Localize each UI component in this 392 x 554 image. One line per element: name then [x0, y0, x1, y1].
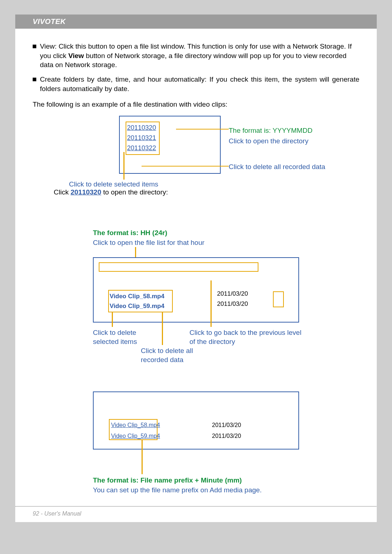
callout-delete-selected: Click to delete selected items	[93, 328, 158, 346]
directory-box: 20110320 20110321 20110322	[119, 116, 221, 174]
date-link-0[interactable]: 20110320	[127, 123, 158, 133]
date-link-2[interactable]: 20110322	[127, 143, 158, 153]
callout-format-open: The format is: YYYYMMDD Click to open th…	[229, 126, 313, 146]
connector-line	[142, 166, 229, 167]
date-link-1[interactable]: 20110321	[127, 133, 158, 143]
connector-line	[142, 439, 143, 474]
bullet-icon	[33, 78, 36, 81]
hour-bar-highlight	[99, 262, 258, 272]
hour-directory-box: Video Clip_58.mp4 Video Clip_59.mp4 2011…	[93, 257, 299, 323]
text: Click	[54, 188, 70, 196]
file-link-1[interactable]: Video Clip_59.mp4	[111, 432, 160, 440]
bullet-icon	[33, 45, 36, 48]
file-link-0[interactable]: Video Clip_58.mp4	[111, 421, 160, 429]
callout-open: Click to open the directory	[229, 136, 313, 146]
content-area: View: Click this button to open a file l…	[15, 29, 377, 500]
diagram-dates: 20110320 20110321 20110322 The format is…	[33, 116, 359, 210]
file-date-0: 2011/03/20	[217, 290, 248, 298]
diagram-hour: The format is: HH (24r) Click to open th…	[33, 228, 359, 381]
file-date-0: 2011/03/20	[212, 421, 241, 429]
hh-open: Click to open the file list for that hou…	[93, 238, 204, 247]
document-page: VIVOTEK View: Click this button to open …	[15, 15, 377, 522]
callout-go-back: Click to go back to the previous level o…	[189, 328, 306, 346]
file-link-0[interactable]: Video Clip_58.mp4	[110, 291, 171, 301]
file-block: Video Clip_58.mp4 Video Clip_59.mp4 2011…	[108, 290, 239, 312]
text: to open the directory:	[101, 188, 168, 196]
text-bold: View	[68, 52, 84, 59]
callout-format: The format is: YYYYMMDD	[229, 126, 313, 135]
hh-format: The format is: HH (24r)	[93, 228, 204, 238]
date-links-highlight: 20110320 20110321 20110322	[126, 122, 160, 155]
bullet-text: View: Click this button to open a file l…	[40, 42, 359, 70]
footer-text: 92 - User's Manual	[15, 507, 377, 522]
hh-label: The format is: HH (24r) Click to open th…	[93, 228, 204, 247]
bullet-text: Create folders by date, time, and hour a…	[40, 75, 359, 93]
connector-line	[112, 312, 113, 327]
connector-line	[162, 312, 163, 345]
file-link-1[interactable]: Video Clip_59.mp4	[110, 301, 171, 311]
callout-delete-all: Click to delete all recorded data	[141, 346, 213, 364]
filename-setup: You can set up the file name prefix on A…	[93, 485, 262, 495]
connector-line	[123, 152, 124, 180]
diagram-filename: Video Clip_58.mp4 Video Clip_59.mp4 2011…	[33, 391, 359, 500]
filename-caption: The format is: File name prefix + Minute…	[93, 476, 262, 495]
file-date-1: 2011/03/20	[212, 432, 241, 440]
filename-box: Video Clip_58.mp4 Video Clip_59.mp4 2011…	[93, 391, 299, 450]
file-date-1: 2011/03/20	[217, 300, 248, 308]
file-list-highlight: Video Clip_58.mp4 Video Clip_59.mp4	[108, 290, 173, 312]
text: button of Network storage, a file direct…	[40, 52, 347, 69]
footer: 92 - User's Manual	[15, 506, 377, 522]
brand-label: VIVOTEK	[33, 17, 66, 25]
filename-format: The format is: File name prefix + Minute…	[93, 476, 262, 485]
bullet-view: View: Click this button to open a file l…	[33, 42, 359, 70]
click-open-instruction: Click 20110320 to open the directory:	[54, 188, 168, 197]
click-date-link[interactable]: 20110320	[70, 188, 101, 196]
connector-line	[211, 280, 212, 327]
bullet-create-folders: Create folders by date, time, and hour a…	[33, 75, 359, 93]
connector-line	[135, 247, 136, 257]
back-highlight-box	[273, 291, 284, 307]
connector-line	[176, 129, 229, 130]
header-band: VIVOTEK	[15, 15, 377, 29]
callout-delete-all: Click to delete all recorded data	[229, 162, 325, 172]
intro-text: The following is an example of a file de…	[33, 100, 359, 109]
